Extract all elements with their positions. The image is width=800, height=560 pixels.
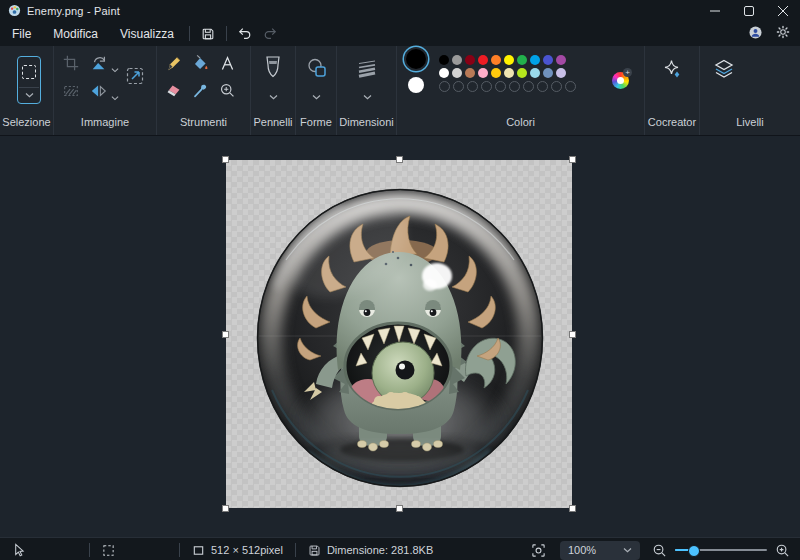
fill-bucket-tool-icon[interactable] xyxy=(192,55,209,76)
group-immagine: Immagine xyxy=(54,46,157,135)
monster-in-glass-sphere-artwork xyxy=(226,160,572,508)
group-dimensioni: Dimensioni xyxy=(337,46,397,135)
rotate-chevron-icon[interactable] xyxy=(111,59,119,77)
menu-file[interactable]: File xyxy=(2,24,41,44)
line-size-icon[interactable] xyxy=(357,58,377,82)
window-title: Enemy.png - Paint xyxy=(27,5,120,17)
resize-icon[interactable] xyxy=(125,66,145,90)
palette-swatch[interactable] xyxy=(465,68,475,78)
resize-handle-top-middle[interactable] xyxy=(396,156,403,163)
brushes-icon[interactable] xyxy=(264,55,282,83)
resize-handle-bottom-right[interactable] xyxy=(569,505,576,512)
menu-modifica[interactable]: Modifica xyxy=(43,24,108,44)
settings-gear-icon[interactable] xyxy=(776,25,790,42)
palette-swatch[interactable] xyxy=(465,55,475,65)
edit-colors-wheel-button[interactable]: + xyxy=(612,72,629,89)
selection-tool-button[interactable] xyxy=(17,56,41,104)
canvas-size-icon xyxy=(192,544,205,557)
group-livelli: Livelli xyxy=(700,46,800,135)
brushes-chevron-icon[interactable] xyxy=(269,86,278,104)
resize-handle-top-left[interactable] xyxy=(222,156,229,163)
palette-empty-slot[interactable] xyxy=(481,81,492,92)
shapes-chevron-icon[interactable] xyxy=(312,86,321,104)
zoom-slider[interactable] xyxy=(675,544,767,556)
palette-swatch[interactable] xyxy=(543,68,553,78)
flip-chevron-icon[interactable] xyxy=(111,87,119,105)
account-avatar[interactable] xyxy=(749,26,762,42)
palette-swatch[interactable] xyxy=(517,68,527,78)
palette-empty-slot[interactable] xyxy=(565,81,576,92)
group-cocreator: Cocreator xyxy=(645,46,700,135)
maximize-button[interactable] xyxy=(732,0,766,21)
palette-empty-slot[interactable] xyxy=(495,81,506,92)
minimize-button[interactable] xyxy=(698,0,732,21)
canvas-size-indicator: 512 × 512pixel xyxy=(192,544,283,557)
menu-separator xyxy=(226,26,227,41)
resize-handle-middle-left[interactable] xyxy=(222,331,229,338)
undo-button[interactable] xyxy=(232,24,258,43)
zoom-out-button[interactable] xyxy=(652,543,667,558)
palette-swatch[interactable] xyxy=(491,55,501,65)
crop-icon[interactable] xyxy=(62,54,80,76)
palette-swatch[interactable] xyxy=(452,68,462,78)
palette-swatch[interactable] xyxy=(530,55,540,65)
palette-swatch[interactable] xyxy=(452,55,462,65)
palette-swatch[interactable] xyxy=(543,55,553,65)
palette-swatch[interactable] xyxy=(530,68,540,78)
palette-swatch[interactable] xyxy=(478,55,488,65)
palette-swatch[interactable] xyxy=(517,55,527,65)
toolbar-ribbon: Selezione xyxy=(0,46,800,136)
resize-handle-bottom-middle[interactable] xyxy=(396,505,403,512)
palette-empty-slot[interactable] xyxy=(523,81,534,92)
zoom-slider-thumb[interactable] xyxy=(688,545,700,557)
group-label-forme: Forme xyxy=(296,116,336,135)
palette-empty-slot[interactable] xyxy=(453,81,464,92)
pencil-tool-icon[interactable] xyxy=(165,55,182,76)
palette-empty-slot[interactable] xyxy=(551,81,562,92)
palette-swatch[interactable] xyxy=(439,68,449,78)
color-palette xyxy=(439,55,576,92)
drawing-canvas[interactable] xyxy=(226,160,572,508)
layers-icon[interactable] xyxy=(713,58,735,84)
cocreator-sparkle-icon[interactable] xyxy=(662,59,684,85)
group-label-colori-sizes: Dimensioni xyxy=(337,116,396,135)
palette-empty-slot[interactable] xyxy=(537,81,548,92)
resize-handle-bottom-left[interactable] xyxy=(222,505,229,512)
palette-swatch[interactable] xyxy=(556,55,566,65)
palette-swatch[interactable] xyxy=(439,55,449,65)
group-selezione: Selezione xyxy=(0,46,54,135)
resize-handle-middle-right[interactable] xyxy=(569,331,576,338)
menu-visualizza[interactable]: Visualizza xyxy=(110,24,184,44)
rotate-icon[interactable] xyxy=(90,54,108,76)
file-size-icon xyxy=(308,544,321,557)
zoom-level-dropdown[interactable]: 100% xyxy=(560,541,640,560)
text-tool-icon[interactable] xyxy=(219,55,236,76)
fit-to-screen-button[interactable] xyxy=(531,543,546,558)
palette-empty-slot[interactable] xyxy=(509,81,520,92)
palette-swatch[interactable] xyxy=(504,68,514,78)
workspace xyxy=(0,136,800,537)
zoom-level-value: 100% xyxy=(568,544,596,556)
save-button[interactable] xyxy=(195,24,221,43)
redo-button[interactable] xyxy=(258,24,284,43)
add-color-plus-icon: + xyxy=(623,68,632,77)
eraser-tool-icon[interactable] xyxy=(165,82,182,103)
resize-handle-top-right[interactable] xyxy=(569,156,576,163)
flip-icon[interactable] xyxy=(90,82,108,104)
size-chevron-icon[interactable] xyxy=(363,86,372,104)
selection-options-icon[interactable] xyxy=(62,82,80,104)
color-picker-tool-icon[interactable] xyxy=(192,82,209,103)
palette-empty-slot[interactable] xyxy=(439,81,450,92)
background-color-swatch[interactable] xyxy=(408,77,424,93)
palette-empty-slot[interactable] xyxy=(467,81,478,92)
palette-swatch[interactable] xyxy=(491,68,501,78)
palette-swatch[interactable] xyxy=(504,55,514,65)
zoom-in-button[interactable] xyxy=(775,543,790,558)
foreground-color-swatch[interactable] xyxy=(406,49,426,69)
magnifier-tool-icon[interactable] xyxy=(219,82,236,103)
shapes-icon[interactable] xyxy=(306,57,327,82)
palette-swatch[interactable] xyxy=(478,68,488,78)
palette-swatch[interactable] xyxy=(556,68,566,78)
close-button[interactable] xyxy=(766,0,800,21)
menu-bar: File Modifica Visualizza xyxy=(0,21,800,46)
